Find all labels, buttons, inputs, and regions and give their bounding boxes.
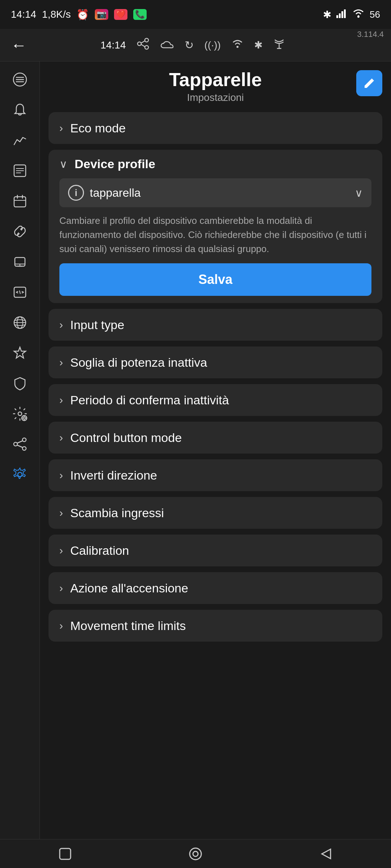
phone-icon: 📞 <box>133 9 147 20</box>
chevron-right-icon: › <box>59 319 63 331</box>
bottom-nav <box>0 839 391 868</box>
refresh-icon[interactable]: ↻ <box>185 39 194 51</box>
device-profile-header[interactable]: ∨ Device profile <box>59 157 371 171</box>
calibration-section[interactable]: › Calibration <box>49 535 382 566</box>
svg-point-38 <box>22 438 26 442</box>
bluetooth-top-icon: ✱ <box>254 39 262 51</box>
svg-point-39 <box>14 442 17 446</box>
device-profile-label: Device profile <box>75 157 155 171</box>
control-button-section[interactable]: › Control button mode <box>49 422 382 454</box>
info-icon: i <box>68 185 84 201</box>
movement-section[interactable]: › Movement time limits <box>49 610 382 642</box>
chevron-right-icon: › <box>59 507 63 519</box>
nav-home-button[interactable] <box>181 843 210 865</box>
sidebar-item-share[interactable] <box>4 430 36 459</box>
pocket-icon: ❤️ <box>114 9 127 20</box>
svg-line-9 <box>141 44 145 47</box>
sidebar-item-chart[interactable] <box>4 126 36 155</box>
scambia-label: Scambia ingressi <box>70 506 164 520</box>
content-area: Tapparelle Impostazioni › Eco mode ∨ Dev… <box>40 61 391 839</box>
chevron-right-icon: › <box>59 394 63 406</box>
scambia-section[interactable]: › Scambia ingressi <box>49 497 382 529</box>
periodo-section[interactable]: › Periodo di conferma inattività <box>49 384 382 416</box>
chevron-right-icon: › <box>59 431 63 444</box>
chevron-right-icon: › <box>59 469 63 481</box>
svg-point-10 <box>236 46 239 48</box>
svg-marker-34 <box>14 347 26 358</box>
svg-rect-2 <box>341 11 343 18</box>
svg-line-30 <box>20 291 20 294</box>
signal-icon <box>336 9 347 21</box>
chevron-right-icon: › <box>59 122 63 134</box>
inverti-label: Inverti direzione <box>70 468 157 482</box>
wifi-icon <box>352 9 365 21</box>
dropdown-value: tapparella <box>90 186 141 200</box>
main-layout: Tapparelle Impostazioni › Eco mode ∨ Dev… <box>0 61 391 839</box>
instagram-icon: 📷 <box>95 9 108 20</box>
edit-button[interactable] <box>356 70 382 96</box>
status-right: ✱ 56 <box>323 9 380 21</box>
svg-point-45 <box>190 848 201 860</box>
dropdown-left: i tapparella <box>68 185 141 201</box>
cloud-icon <box>160 38 174 52</box>
alarm-icon: ⏰ <box>76 9 89 21</box>
eco-mode-label: Eco mode <box>70 121 126 135</box>
sidebar-item-list[interactable] <box>4 156 36 185</box>
save-button[interactable]: Salva <box>59 263 371 296</box>
sidebar-item-menu[interactable] <box>4 65 36 94</box>
svg-rect-0 <box>336 15 338 18</box>
sidebar-item-device[interactable] <box>4 247 36 276</box>
sidebar-item-globe[interactable] <box>4 308 36 337</box>
antenna-icon <box>273 38 285 52</box>
sidebar-item-link[interactable] <box>4 217 36 246</box>
page-subtitle: Impostazioni <box>49 92 382 103</box>
share-icon <box>137 38 149 52</box>
chevron-right-icon: › <box>59 582 63 594</box>
svg-line-42 <box>17 445 22 447</box>
sidebar-item-notifications[interactable] <box>4 95 36 124</box>
svg-point-6 <box>138 42 141 46</box>
status-left: 14:14 1,8K/s ⏰ 📷 ❤️ 📞 <box>11 9 147 21</box>
top-time: 14:14 <box>100 39 126 51</box>
status-bar: 14:14 1,8K/s ⏰ 📷 ❤️ 📞 ✱ 56 <box>0 0 391 29</box>
chevron-right-icon: › <box>59 356 63 369</box>
svg-rect-1 <box>339 13 341 18</box>
device-profile-section: ∨ Device profile i tapparella ∨ Cambiare… <box>49 150 382 303</box>
device-profile-dropdown[interactable]: i tapparella ∨ <box>59 178 371 207</box>
inverti-section[interactable]: › Inverti direzione <box>49 459 382 491</box>
azione-section[interactable]: › Azione all'accensione <box>49 572 382 604</box>
svg-point-46 <box>193 851 198 856</box>
svg-line-41 <box>17 441 22 443</box>
top-bar-center: 14:14 ↻ ((·)) ✱ <box>100 38 285 52</box>
radio-icon: ((·)) <box>205 39 221 51</box>
sidebar-item-calendar[interactable] <box>4 187 36 216</box>
soglia-section[interactable]: › Soglia di potenza inattiva <box>49 346 382 378</box>
nav-square-button[interactable] <box>51 843 80 865</box>
sidebar-item-star[interactable] <box>4 339 36 367</box>
input-type-label: Input type <box>70 318 124 332</box>
back-button[interactable]: ← <box>11 36 27 54</box>
sidebar-item-shield[interactable] <box>4 369 36 398</box>
status-time: 14:14 <box>11 9 36 20</box>
azione-label: Azione all'accensione <box>70 581 188 595</box>
calibration-label: Calibration <box>70 544 129 558</box>
sidebar-item-code[interactable] <box>4 278 36 307</box>
svg-rect-21 <box>14 197 26 207</box>
svg-point-7 <box>145 46 148 49</box>
chevron-right-icon: › <box>59 620 63 632</box>
sidebar-item-settings-sub[interactable] <box>4 399 36 428</box>
eco-mode-section[interactable]: › Eco mode <box>49 112 382 144</box>
dropdown-chevron-icon: ∨ <box>355 187 363 199</box>
chevron-down-icon: ∨ <box>59 158 67 170</box>
sidebar-item-settings[interactable] <box>4 460 36 489</box>
nav-back-button[interactable] <box>311 843 340 865</box>
battery-icon: 56 <box>370 9 380 20</box>
wifi-top-icon <box>232 39 243 51</box>
status-network: 1,8K/s <box>42 9 71 20</box>
chevron-right-icon: › <box>59 544 63 557</box>
sidebar <box>0 61 40 839</box>
input-type-section[interactable]: › Input type <box>49 309 382 341</box>
svg-rect-3 <box>344 9 346 18</box>
svg-point-40 <box>22 447 26 450</box>
svg-marker-47 <box>322 849 331 859</box>
